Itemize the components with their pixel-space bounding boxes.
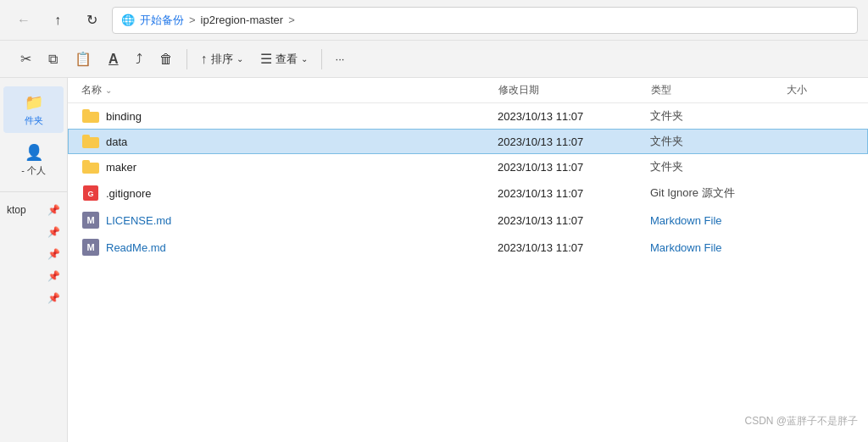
- sidebar-item-pin2[interactable]: 📌: [0, 243, 67, 265]
- folder-type-icon: [82, 135, 99, 148]
- copy-button[interactable]: ⧉: [42, 46, 64, 73]
- more-button[interactable]: ···: [329, 46, 352, 73]
- pin4-icon: 📌: [47, 292, 60, 304]
- col-date-label: 修改日期: [498, 83, 539, 97]
- col-header-size[interactable]: 大小: [787, 83, 854, 97]
- folder-type-icon: [82, 109, 99, 123]
- sort-chevron-icon: ⌄: [236, 54, 243, 64]
- file-date: 2023/10/13 11:07: [498, 241, 650, 254]
- sort-icon: ↑: [201, 52, 208, 67]
- file-type: 文件夹: [650, 134, 786, 149]
- main-area: 📁 件夹 👤 - 个人 ktop 📌 📌 📌 📌: [0, 78, 868, 442]
- address-start: 开始备份: [140, 13, 184, 28]
- navigation-bar: ← ↑ ↻ 🌐 开始备份 > ip2region-master >: [0, 0, 868, 41]
- col-name-label: 名称: [81, 83, 102, 97]
- table-row[interactable]: data 2023/10/13 11:07 文件夹: [68, 129, 868, 154]
- file-date: 2023/10/13 11:07: [498, 214, 650, 227]
- sidebar-item-personal[interactable]: 👤 - 个人: [3, 136, 64, 183]
- toolbar-divider2: [321, 49, 322, 69]
- file-name-cell: G .gitignore: [82, 185, 498, 202]
- toolbar-divider: [186, 49, 187, 69]
- git-type-icon: G: [82, 185, 99, 202]
- file-type: Markdown File: [650, 241, 786, 254]
- col-type-label: 类型: [651, 83, 671, 97]
- share-button[interactable]: ⤴: [129, 46, 149, 73]
- cut-icon: ✂: [20, 51, 31, 67]
- view-button[interactable]: ☰ 查看 ⌄: [253, 46, 314, 73]
- file-list-header: 名称 ⌄ 修改日期 类型 大小: [68, 78, 868, 103]
- file-date: 2023/10/13 11:07: [498, 161, 650, 174]
- view-icon: ☰: [260, 51, 272, 67]
- paste-icon: 📋: [75, 51, 92, 67]
- personal-icon: 👤: [25, 143, 43, 162]
- svg-text:G: G: [87, 190, 93, 198]
- file-name: ReadMe.md: [106, 241, 166, 254]
- address-bar[interactable]: 🌐 开始备份 > ip2region-master >: [112, 7, 858, 34]
- md-type-icon: M: [82, 239, 99, 256]
- file-type: 文件夹: [650, 108, 786, 124]
- file-name-cell: M LICENSE.md: [82, 212, 498, 229]
- sidebar-item-folder[interactable]: 📁 件夹: [3, 86, 64, 133]
- table-row[interactable]: binding 2023/10/13 11:07 文件夹: [68, 103, 868, 129]
- address-sep2: >: [288, 14, 295, 26]
- file-type: 文件夹: [650, 159, 786, 174]
- file-date: 2023/10/13 11:07: [498, 187, 650, 200]
- sidebar-item-pin1[interactable]: 📌: [0, 221, 67, 243]
- file-name: data: [106, 135, 127, 148]
- ktop-pin-icon: 📌: [47, 204, 60, 216]
- sidebar-item-folder-label: 件夹: [25, 115, 43, 126]
- file-date: 2023/10/13 11:07: [498, 135, 650, 148]
- rename-icon: A: [108, 52, 119, 67]
- col-header-date[interactable]: 修改日期: [498, 83, 651, 97]
- md-type-icon: M: [82, 212, 99, 229]
- sidebar-item-pin3[interactable]: 📌: [0, 265, 67, 287]
- delete-icon: 🗑: [159, 52, 173, 67]
- table-row[interactable]: M ReadMe.md 2023/10/13 11:07 Markdown Fi…: [68, 234, 868, 261]
- file-name: LICENSE.md: [106, 214, 171, 227]
- file-name: maker: [106, 161, 136, 174]
- back-button[interactable]: ←: [10, 7, 37, 34]
- sort-button[interactable]: ↑ 排序 ⌄: [194, 46, 250, 73]
- refresh-button[interactable]: ↻: [78, 7, 105, 34]
- col-header-type[interactable]: 类型: [651, 83, 787, 97]
- cut-button[interactable]: ✂: [14, 46, 38, 73]
- address-mid: ip2region-master: [201, 14, 284, 26]
- table-row[interactable]: maker 2023/10/13 11:07 文件夹: [68, 154, 868, 180]
- address-sep1: >: [189, 14, 196, 26]
- rename-button[interactable]: A: [102, 46, 125, 73]
- delete-button[interactable]: 🗑: [153, 46, 180, 73]
- col-name-sort-icon: ⌄: [105, 86, 112, 95]
- file-area: 名称 ⌄ 修改日期 类型 大小 binding 2023/10/13 11:07: [68, 78, 868, 442]
- more-icon: ···: [336, 52, 345, 65]
- pin2-icon: 📌: [47, 248, 60, 260]
- sidebar-item-pin4[interactable]: 📌: [0, 287, 67, 309]
- ktop-label: ktop: [7, 204, 26, 216]
- file-name: .gitignore: [106, 187, 151, 200]
- view-chevron-icon: ⌄: [301, 54, 308, 64]
- folder-icon: 📁: [25, 93, 43, 112]
- file-date: 2023/10/13 11:07: [498, 110, 650, 123]
- view-label: 查看: [275, 52, 298, 67]
- paste-button[interactable]: 📋: [68, 46, 98, 73]
- forward-button[interactable]: ↑: [44, 7, 71, 34]
- table-row[interactable]: G .gitignore 2023/10/13 11:07 Git Ignore…: [68, 180, 868, 207]
- table-row[interactable]: M LICENSE.md 2023/10/13 11:07 Markdown F…: [68, 207, 868, 234]
- globe-icon: 🌐: [121, 14, 135, 26]
- col-header-name[interactable]: 名称 ⌄: [81, 83, 498, 97]
- file-type: Markdown File: [650, 214, 786, 227]
- sidebar-item-ktop[interactable]: ktop 📌: [0, 199, 67, 221]
- col-size-label: 大小: [787, 83, 807, 97]
- sort-label: 排序: [211, 52, 233, 67]
- sidebar-item-personal-label: - 个人: [21, 165, 46, 176]
- copy-icon: ⧉: [48, 52, 58, 67]
- file-name-cell: data: [82, 135, 498, 148]
- toolbar: ✂ ⧉ 📋 A ⤴ 🗑 ↑ 排序 ⌄ ☰ 查看 ⌄ ···: [0, 41, 868, 78]
- file-list: binding 2023/10/13 11:07 文件夹 data 2023/1…: [68, 103, 868, 442]
- pin3-icon: 📌: [47, 270, 60, 282]
- file-name-cell: maker: [82, 160, 498, 174]
- share-icon: ⤴: [136, 52, 142, 67]
- pin1-icon: 📌: [47, 226, 60, 238]
- sidebar: 📁 件夹 👤 - 个人 ktop 📌 📌 📌 📌: [0, 78, 68, 442]
- file-name-cell: M ReadMe.md: [82, 239, 498, 256]
- file-type: Git Ignore 源文件: [650, 185, 786, 201]
